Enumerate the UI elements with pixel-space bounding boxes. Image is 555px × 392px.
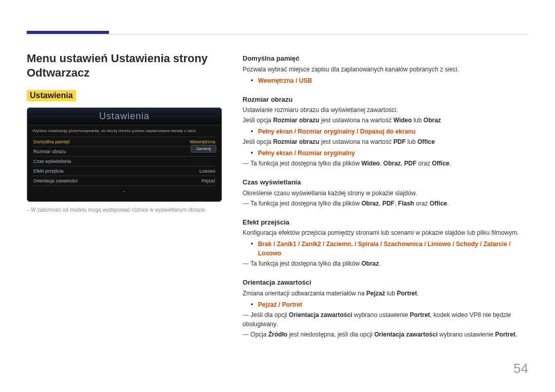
desc-default-memory: Pozwala wybrać miejsce zapisu dla zaplan…	[243, 65, 528, 74]
desc-transition: Konfiguracja efektów przejścia pomiędzy …	[243, 228, 528, 237]
heading-image-size: Rozmiar obrazu	[243, 95, 528, 105]
heading-transition: Efekt przejścia	[243, 217, 528, 228]
page: Menu ustawień Ustawienia strony Odtwarza…	[0, 0, 555, 392]
options-default-memory: Wewnętrzna / USB	[243, 76, 528, 85]
cond2-image-size: Jeśli opcja Rozmiar obrazu jest ustawion…	[243, 137, 528, 146]
options-orientation: Pejzaż / Portret	[243, 300, 528, 309]
heading-display-time: Czas wyświetlania	[243, 177, 528, 188]
note-image-size: Ta funkcja jest dostępna tylko dla plikó…	[243, 159, 528, 168]
mock-row-label: Orientacja zawartości	[33, 178, 78, 183]
mock-row-image-size[interactable]: Rozmiar obrazu	[32, 147, 216, 157]
cond1-image-size: Jeśli opcja Rozmiar obrazu jest ustawion…	[243, 116, 528, 125]
mock-close-button[interactable]: Zamknij	[191, 145, 216, 153]
mock-title: Ustawienia	[27, 108, 221, 125]
desc-display-time: Określenie czasu wyświetlania każdej str…	[243, 189, 528, 198]
heading-default-memory: Domyślna pamięć	[243, 53, 528, 64]
mock-row-label: Czas wyświetlania	[33, 159, 71, 164]
mock-close-wrap: Zamknij	[191, 146, 216, 151]
mock-row-orientation[interactable]: Orientacja zawartości Pejzaż	[32, 176, 216, 186]
mock-description: Wybierz lokalizację przechowywania, do k…	[32, 128, 216, 134]
desc-orientation: Zmiana orientacji odtwarzania materiałów…	[243, 289, 528, 298]
heading-orientation: Orientacja zawartości	[243, 277, 528, 288]
note-display-time: Ta funkcja jest dostępna tylko dla plikó…	[243, 199, 528, 208]
options-transition: Brak / Zanik1 / Zanik2 / Zaciemn. / Spir…	[243, 239, 528, 258]
section-label: Ustawienia	[27, 90, 76, 101]
page-title: Menu ustawień Ustawienia strony Odtwarza…	[27, 51, 222, 80]
page-number: 54	[513, 361, 528, 377]
note-transition: Ta funkcja jest dostępna tylko dla plikó…	[243, 259, 528, 268]
right-column: Domyślna pamięć Pozwala wybrać miejsce z…	[243, 51, 528, 339]
mock-row-label: Rozmiar obrazu	[33, 149, 66, 154]
options1-image-size: Pełny ekran / Rozmiar oryginalny / Dopas…	[243, 127, 528, 136]
mock-row-value: Pejzaż	[201, 178, 215, 183]
options2-image-size: Pełny ekran / Rozmiar oryginalny	[243, 148, 528, 158]
mock-row-default-memory[interactable]: Domyślna pamięć Wewnętrzna	[32, 137, 216, 147]
mock-row-value: Losowo	[199, 169, 215, 174]
chevron-down-icon[interactable]: ⌄	[32, 186, 216, 193]
mock-row-label: Efekt przejścia	[33, 169, 64, 174]
content-columns: Menu ustawień Ustawienia strony Odtwarza…	[27, 0, 528, 339]
settings-mock-window: Ustawienia Wybierz lokalizację przechowy…	[27, 107, 222, 202]
note1-orientation: Jeśli dla opcji Orientacja zawartości wy…	[243, 310, 528, 329]
header-rule	[27, 34, 528, 34]
note2-orientation: Opcja Źródło jest niedostępna, jeśli dla…	[243, 330, 528, 339]
mock-row-transition[interactable]: Efekt przejścia Losowo	[32, 166, 216, 176]
left-column: Menu ustawień Ustawienia strony Odtwarza…	[27, 51, 222, 339]
mock-row-label: Domyślna pamięć	[33, 139, 70, 144]
mock-row-value: Wewnętrzna	[190, 139, 215, 144]
model-note: W zależności od modelu mogą występować r…	[27, 207, 222, 213]
mock-body: Wybierz lokalizację przechowywania, do k…	[27, 125, 221, 201]
desc-image-size: Ustawianie rozmiaru obrazu dla wyświetla…	[243, 105, 528, 115]
mock-row-display-time[interactable]: Czas wyświetlania	[32, 157, 216, 166]
mock-list: Domyślna pamięć Wewnętrzna Rozmiar obraz…	[32, 137, 216, 186]
